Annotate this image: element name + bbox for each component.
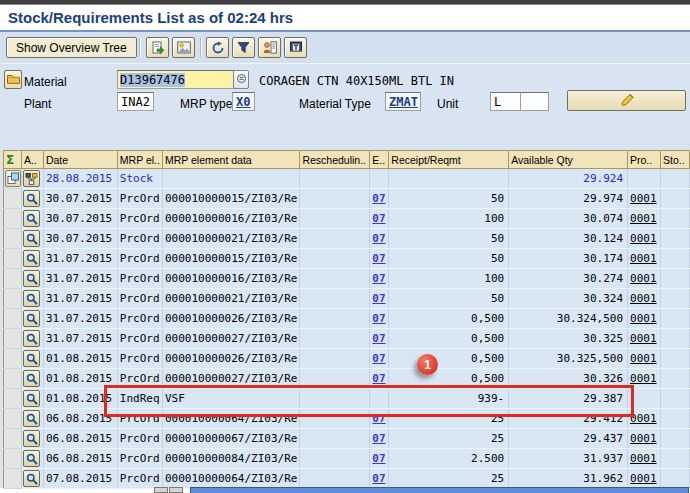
hierarchy-icon[interactable] [23, 170, 40, 187]
col-mrp-el[interactable]: MRP el.. [117, 151, 162, 169]
pro-link[interactable]: 0001 [630, 292, 657, 305]
mrp-element-data-cell: 000010000021/ZI03/Re [162, 229, 299, 249]
exception-cell: 07 [370, 229, 389, 249]
col-a[interactable]: A.. [22, 151, 44, 169]
horizontal-scrollbar[interactable] [190, 487, 689, 493]
exception-cell: 07 [370, 189, 389, 209]
sto-cell [660, 269, 689, 289]
col-exception[interactable]: E.. [370, 151, 389, 169]
pegging-icon[interactable] [5, 170, 21, 187]
detail-magnifier-icon[interactable] [23, 210, 40, 227]
exception-link[interactable]: 07 [372, 332, 385, 345]
material-type-field[interactable]: ZMAT [385, 92, 421, 111]
rescheduling-date-cell [300, 189, 370, 209]
pro-link[interactable]: 0001 [630, 412, 657, 425]
detail-magnifier-icon[interactable] [23, 290, 40, 307]
mrp-element-cell: Stock [117, 169, 162, 189]
detail-magnifier-icon[interactable] [23, 230, 40, 247]
exception-link[interactable]: 07 [372, 272, 385, 285]
detail-magnifier-icon[interactable] [23, 190, 40, 207]
unit-field[interactable]: L [490, 92, 521, 111]
exception-link[interactable]: 07 [372, 292, 385, 305]
refresh-button[interactable] [206, 37, 229, 58]
detail-magnifier-icon[interactable] [23, 330, 40, 347]
exception-link[interactable]: 07 [372, 472, 385, 485]
exception-link[interactable]: 07 [372, 212, 385, 225]
exception-link[interactable]: 07 [372, 372, 385, 385]
detail-magnifier-icon[interactable] [23, 370, 40, 387]
pro-cell: 0001 [628, 289, 661, 309]
mrp-element-data-cell: 000010000016/ZI03/Re [162, 209, 299, 229]
hscroll-right-button[interactable] [169, 487, 183, 493]
matchcode-button[interactable] [233, 70, 249, 89]
pro-cell: 0001 [628, 249, 661, 269]
detail-magnifier-icon[interactable] [23, 350, 40, 367]
copy-list-button[interactable] [146, 37, 169, 58]
pro-link[interactable]: 0001 [630, 372, 657, 385]
col-receipt-reqmt[interactable]: Receipt/Reqmt [389, 151, 509, 169]
sto-cell [660, 449, 689, 469]
pro-link[interactable]: 0001 [630, 312, 657, 325]
exception-link[interactable]: 07 [372, 352, 385, 365]
filter-button[interactable] [232, 37, 255, 58]
col-date[interactable]: Date [43, 151, 117, 169]
exception-link[interactable]: 07 [372, 252, 385, 265]
show-overview-tree-button[interactable]: Show Overview Tree [6, 37, 137, 58]
row-detail-cell [22, 309, 44, 329]
col-available-qty[interactable]: Available Qty [509, 151, 628, 169]
available-qty-cell: 29.412 [509, 409, 628, 429]
pro-link[interactable]: 0001 [630, 432, 657, 445]
detail-magnifier-icon[interactable] [23, 310, 40, 327]
detail-magnifier-icon[interactable] [23, 250, 40, 267]
pro-cell: 0001 [628, 369, 661, 389]
rescheduling-date-cell [300, 469, 370, 489]
exception-link[interactable]: 07 [372, 312, 385, 325]
available-qty-cell: 30.324,500 [509, 309, 628, 329]
pro-link[interactable]: 0001 [630, 472, 657, 485]
row-select-cell [4, 249, 22, 269]
detail-magnifier-icon[interactable] [23, 430, 40, 447]
pro-link[interactable]: 0001 [630, 192, 657, 205]
col-sto[interactable]: Sto.. [660, 151, 689, 169]
exception-link[interactable]: 07 [372, 192, 385, 205]
print-button[interactable] [284, 37, 307, 58]
receipt-reqmt-cell: 0,500 [389, 369, 509, 389]
pro-link[interactable]: 0001 [630, 252, 657, 265]
edit-button[interactable] [567, 90, 686, 111]
graphic-view-button[interactable] [172, 37, 195, 58]
exception-link[interactable]: 07 [372, 412, 385, 425]
mrp-element-cell: PrcOrd [117, 209, 162, 229]
col-mrp-element-data[interactable]: MRP element data [162, 151, 299, 169]
order-report-button[interactable] [258, 37, 281, 58]
col-rescheduling[interactable]: Reschedulin.. [300, 151, 370, 169]
detail-magnifier-icon[interactable] [23, 410, 40, 427]
exception-link[interactable]: 07 [372, 452, 385, 465]
date-cell: 31.07.2015 [43, 289, 117, 309]
pro-link[interactable]: 0001 [630, 352, 657, 365]
pro-link[interactable]: 0001 [630, 452, 657, 465]
header-details-button[interactable] [4, 70, 22, 89]
plant-field[interactable]: INA2 [117, 92, 154, 111]
sigma-icon[interactable]: Σ [6, 153, 14, 167]
mrp-type-field[interactable]: X0 [232, 92, 255, 111]
detail-magnifier-icon[interactable] [23, 470, 40, 487]
unit-field-2[interactable] [520, 92, 549, 111]
receipt-reqmt-cell: 50 [389, 249, 509, 269]
grid-body: 28.08.2015Stock29.92430.07.2015PrcOrd000… [4, 169, 690, 489]
filter-icon [237, 41, 250, 54]
detail-magnifier-icon[interactable] [23, 270, 40, 287]
pro-link[interactable]: 0001 [630, 232, 657, 245]
hscroll-left-button[interactable] [154, 487, 168, 493]
detail-magnifier-icon[interactable] [23, 390, 40, 407]
exception-link[interactable]: 07 [372, 232, 385, 245]
col-pro[interactable]: Pro.. [628, 151, 661, 169]
pro-link[interactable]: 0001 [630, 272, 657, 285]
exception-cell: 07 [370, 469, 389, 489]
pro-link[interactable]: 0001 [630, 332, 657, 345]
detail-magnifier-icon[interactable] [23, 450, 40, 467]
material-input[interactable]: D13967476 [117, 70, 235, 89]
exception-link[interactable]: 07 [372, 432, 385, 445]
pro-link[interactable]: 0001 [630, 212, 657, 225]
rescheduling-date-cell [300, 369, 370, 389]
sum-header-cell[interactable]: Σ [4, 151, 22, 169]
